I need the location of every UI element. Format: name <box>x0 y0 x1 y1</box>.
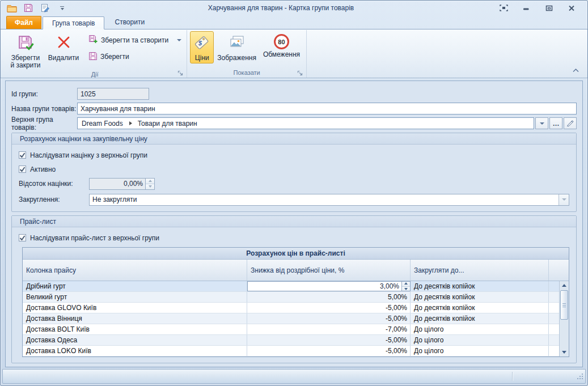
cell-rounding[interactable]: До десятків копійок <box>411 281 549 291</box>
cell-rounding[interactable]: До цілого <box>411 324 549 334</box>
cell-rounding[interactable]: До десятків копійок <box>411 292 549 302</box>
markup-percent-spinner[interactable] <box>146 178 155 190</box>
table-scrollbar[interactable] <box>559 281 569 357</box>
cell-rounding[interactable]: До десятків копійок <box>411 303 549 313</box>
scrollbar-track[interactable] <box>560 320 569 348</box>
table-row[interactable]: Дрібний гурт 3,00% До десятків копійок <box>23 281 559 292</box>
minimize-icon[interactable] <box>521 3 532 12</box>
tab-product-group[interactable]: Група товарів <box>43 16 105 29</box>
tab-create[interactable]: Створити <box>105 16 154 29</box>
pricelist-table: Розрахунок цін в прайс-листі Колонка пра… <box>22 247 569 357</box>
tab-file[interactable]: Файл <box>6 16 41 29</box>
active-checkbox-row[interactable]: Активно <box>19 163 569 175</box>
spin-down-icon[interactable] <box>146 184 154 189</box>
customize-quick-access-icon[interactable] <box>60 6 64 10</box>
spin-up-icon[interactable] <box>146 179 154 184</box>
rounding-label: Закруглення: <box>19 196 89 203</box>
parent-group-field[interactable]: Dream Foods Товари для тварин <box>77 117 534 129</box>
cell-rounding[interactable]: До цілого <box>411 335 549 345</box>
edit-document-icon[interactable] <box>39 3 50 13</box>
limits-button[interactable]: 80 Обмеження <box>260 31 303 60</box>
parent-group-edit-button[interactable] <box>564 117 577 129</box>
titlebar: Харчування для тварин - Картка групи тов… <box>1 1 587 15</box>
actions-dialog-launcher-icon[interactable] <box>177 70 183 76</box>
discount-editor-spinner[interactable] <box>401 281 410 291</box>
ellipsis-icon: … <box>553 121 560 126</box>
prices-button[interactable]: $ Ціни <box>190 31 214 63</box>
images-button[interactable]: Зображення <box>214 31 260 63</box>
scroll-up-icon[interactable] <box>560 281 569 290</box>
scrollbar-thumb[interactable] <box>560 290 568 320</box>
cell-discount[interactable]: -5,00% <box>247 346 411 356</box>
ribbon-group-actions: Зберегти й закрити Видалити Зберегти та … <box>3 30 187 78</box>
collapse-ribbon-icon[interactable] <box>572 66 579 74</box>
table-row[interactable]: Доставка BOLT Київ -7,00% До цілого <box>23 324 559 335</box>
cell-discount[interactable]: -5,00% <box>247 303 411 313</box>
show-dialog-launcher-icon[interactable] <box>297 70 303 76</box>
inherit-markup-checkbox-row[interactable]: Наслідувати націнку з верхньої групи <box>19 149 569 161</box>
save-close-icon <box>17 34 34 53</box>
column-header-discount[interactable]: Знижка від роздрібної ціни, % <box>247 260 411 281</box>
combo-dropdown-icon[interactable] <box>559 194 569 205</box>
save-create-icon <box>88 35 98 46</box>
cell-price-column[interactable]: Доставка GLOVO Київ <box>23 303 247 313</box>
cell-rounding[interactable]: До цілого <box>411 346 549 356</box>
save-button[interactable]: Зберегти <box>86 51 184 62</box>
close-icon[interactable] <box>566 3 577 12</box>
cell-discount[interactable]: 5,00% <box>247 292 411 302</box>
pricelist-groupbox-title: Прайс-лист <box>12 216 576 227</box>
save-create-button[interactable]: Зберегти та створити <box>86 35 184 46</box>
show-group-label: Показати <box>234 69 260 76</box>
inherit-markup-checkbox[interactable] <box>19 151 26 159</box>
inherit-pricelist-checkbox[interactable] <box>19 234 26 241</box>
inherit-pricelist-checkbox-row[interactable]: Наслідувати прайс-лист з верхньої групи <box>19 232 569 244</box>
status-bar <box>2 369 586 384</box>
table-row[interactable]: Великий гурт 5,00% До десятків копійок <box>23 292 559 303</box>
save-close-button[interactable]: Зберегти й закрити <box>6 31 45 71</box>
active-checkbox[interactable] <box>19 166 26 173</box>
cell-rounding[interactable]: До десятків копійок <box>411 313 549 324</box>
group-id-field[interactable] <box>77 88 149 100</box>
cell-price-column[interactable]: Доставка BOLT Київ <box>23 324 247 334</box>
restore-icon[interactable] <box>543 3 555 12</box>
spin-down-icon[interactable] <box>402 286 410 292</box>
table-row[interactable]: Доставка Одеса -5,00% До цілого <box>23 335 559 346</box>
delete-button[interactable]: Видалити <box>45 31 82 63</box>
images-label: Зображення <box>217 54 256 62</box>
scroll-down-icon[interactable] <box>560 348 569 357</box>
pencil-icon <box>566 119 574 128</box>
group-name-field[interactable] <box>77 103 577 114</box>
resize-grip-icon[interactable] <box>577 373 583 381</box>
save-create-dropdown-icon[interactable] <box>177 39 181 41</box>
rounding-combobox[interactable]: Не закругляти <box>89 194 569 206</box>
column-header-price-column[interactable]: Колонка прайсу <box>23 260 247 281</box>
ribbon-group-show: $ Ціни Зображення 80 Обмеження Показати <box>187 30 307 78</box>
open-folder-icon[interactable] <box>6 3 18 13</box>
cell-price-column[interactable]: Великий гурт <box>23 292 247 302</box>
table-row[interactable]: Доставка LOKO Київ -5,00% До цілого <box>23 346 559 357</box>
column-header-filler <box>549 260 569 281</box>
cell-price-column[interactable]: Дрібний гурт <box>23 281 247 291</box>
cell-discount[interactable]: -5,00% <box>247 335 411 345</box>
cell-discount[interactable]: -7,00% <box>247 324 411 334</box>
dock-window-icon[interactable] <box>498 3 509 12</box>
cell-discount[interactable]: -5,00% <box>247 313 411 324</box>
markup-percent-value: 0,00% <box>89 178 146 190</box>
markup-percent-field[interactable]: 0,00% <box>89 178 155 190</box>
save-close-label: Зберегти й закрити <box>9 54 42 69</box>
markup-groupbox: Розрахунок націнки на закупівельну ціну … <box>11 133 577 212</box>
cell-price-column[interactable]: Доставка LOKO Київ <box>23 346 247 356</box>
spin-up-icon[interactable] <box>402 281 410 286</box>
breadcrumb-arrow-icon <box>128 120 133 128</box>
parent-group-dropdown-button[interactable] <box>535 117 548 129</box>
table-row[interactable]: Доставка Вінниця -5,00% До десятків копі… <box>23 313 559 324</box>
parent-group-browse-button[interactable]: … <box>549 117 562 129</box>
discount-cell-editor[interactable]: 3,00% <box>247 281 411 291</box>
column-header-rounding[interactable]: Закругляти до... <box>411 260 549 281</box>
table-row[interactable]: Доставка GLOVO Київ -5,00% До десятків к… <box>23 303 559 313</box>
ribbon: Зберегти й закрити Видалити Зберегти та … <box>1 29 587 78</box>
save-icon[interactable] <box>23 3 34 13</box>
cell-price-column[interactable]: Доставка Вінниця <box>23 313 247 324</box>
cell-price-column[interactable]: Доставка Одеса <box>23 335 247 345</box>
discount-editor-value[interactable]: 3,00% <box>247 281 401 291</box>
